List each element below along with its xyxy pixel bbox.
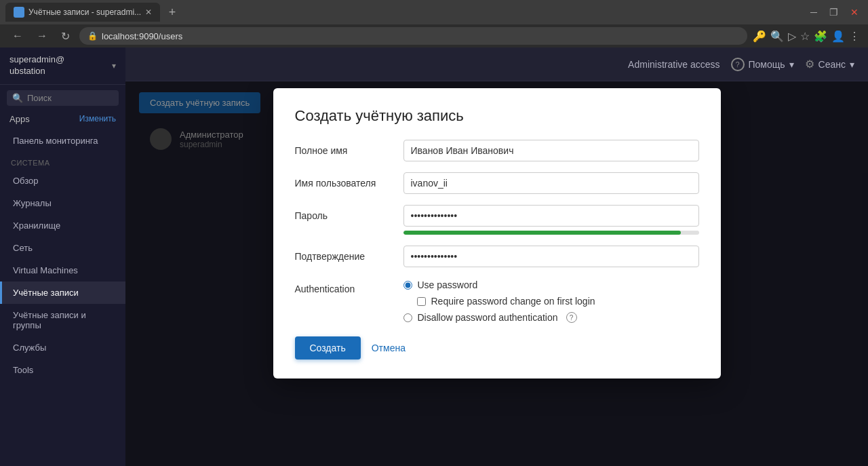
sidebar-hostname: ubstation <box>9 66 64 77</box>
sidebar-item-vms[interactable]: Virtual Machines <box>0 259 125 281</box>
sidebar: superadmin@ ubstation ▾ 🔍 Поиск Apps Изм… <box>0 47 125 466</box>
full-name-input[interactable] <box>403 140 699 161</box>
disallow-auth-radio-row[interactable]: Disallow password authentication ? <box>403 312 699 323</box>
lock-icon: 🔒 <box>87 31 98 41</box>
full-name-label: Полное имя <box>295 140 403 156</box>
sidebar-nav: Панель мониторинга Система Обзор Журналы… <box>0 130 125 466</box>
sidebar-apps-row: Apps Изменить <box>0 111 125 130</box>
change-apps-link[interactable]: Изменить <box>79 114 116 123</box>
help-chevron-icon: ▾ <box>789 59 794 70</box>
tab-close-window-button[interactable]: ✕ <box>846 5 863 19</box>
forward-button[interactable]: → <box>33 28 52 43</box>
use-password-radio[interactable] <box>403 281 412 290</box>
full-name-row: Полное имя <box>295 140 699 161</box>
dialog-actions: Создать Отмена <box>295 336 699 360</box>
cancel-button[interactable]: Отмена <box>372 343 406 353</box>
admin-access-label: Administrative access <box>628 59 719 70</box>
sidebar-item-logs[interactable]: Журналы <box>0 192 125 214</box>
sidebar-search-icon: 🔍 <box>12 93 23 103</box>
topbar: Administrative access ? Помощь ▾ ⚙ Сеанс… <box>125 47 868 81</box>
disallow-auth-radio[interactable] <box>403 313 412 322</box>
sidebar-search-label: Поиск <box>27 93 52 103</box>
tab-restore-button[interactable]: ❐ <box>825 5 842 19</box>
sidebar-header: superadmin@ ubstation ▾ <box>0 47 125 85</box>
gear-icon: ⚙ <box>805 58 814 71</box>
apps-label: Apps <box>9 114 30 124</box>
use-password-label: Use password <box>418 279 478 290</box>
back-button[interactable]: ← <box>8 28 27 43</box>
bookmark-icon[interactable]: ☆ <box>800 30 810 43</box>
password-strength-fill <box>403 231 682 235</box>
sidebar-item-accounts[interactable]: Учётные записи <box>0 281 125 304</box>
extensions-icon[interactable]: 🧩 <box>814 30 827 43</box>
address-text: localhost:9090/users <box>102 31 182 41</box>
confirm-label: Подтверждение <box>295 246 403 262</box>
sidebar-item-storage[interactable]: Хранилище <box>0 214 125 237</box>
disallow-label: Disallow password authentication <box>418 312 558 323</box>
menu-icon[interactable]: ⋮ <box>849 30 860 43</box>
sidebar-item-dashboard[interactable]: Панель мониторинга <box>0 130 125 152</box>
sidebar-item-overview[interactable]: Обзор <box>0 170 125 192</box>
password-label: Пароль <box>295 205 403 221</box>
tab-favicon <box>14 7 24 18</box>
help-button[interactable]: ? Помощь ▾ <box>731 58 794 71</box>
confirm-row: Подтверждение <box>295 246 699 267</box>
dialog-title: Создать учётную запись <box>295 107 699 125</box>
help-label: Помощь <box>749 59 785 70</box>
username-row: Имя пользователя <box>295 172 699 194</box>
sidebar-chevron-icon[interactable]: ▾ <box>112 61 116 71</box>
key-icon[interactable]: 🔑 <box>753 30 766 43</box>
send-icon[interactable]: ▷ <box>788 30 796 43</box>
session-label: Сеанс <box>818 59 846 70</box>
new-tab-button[interactable]: + <box>163 3 182 22</box>
reload-button[interactable]: ↻ <box>57 28 74 44</box>
confirm-input[interactable] <box>403 246 699 267</box>
sidebar-item-network[interactable]: Сеть <box>0 237 125 259</box>
use-password-radio-row[interactable]: Use password <box>403 279 699 290</box>
addressbar-search-icon[interactable]: 🔍 <box>770 30 784 43</box>
help-icon: ? <box>731 58 745 71</box>
username-input[interactable] <box>403 172 699 194</box>
password-input[interactable] <box>403 205 699 227</box>
auth-options: Use password Require password change on … <box>403 279 699 323</box>
sidebar-item-accounts-groups[interactable]: Учётные записи и группы <box>0 304 125 336</box>
auth-row: Authentication Use password R <box>295 278 699 323</box>
require-change-label: Require password change on first login <box>431 296 595 307</box>
create-account-dialog: Создать учётную запись Полное имя Имя по… <box>273 88 721 378</box>
close-tab-button[interactable]: ✕ <box>145 7 152 17</box>
browser-tab[interactable]: Учётные записи - superadmi... ✕ <box>5 3 160 22</box>
tab-title: Учётные записи - superadmi... <box>28 7 141 17</box>
sidebar-username: superadmin@ <box>9 54 64 66</box>
sidebar-item-tools[interactable]: Tools <box>0 359 125 381</box>
nav-section-system: Система <box>0 152 125 170</box>
disallow-help-icon[interactable]: ? <box>566 312 577 323</box>
address-bar[interactable]: 🔒 localhost:9090/users <box>79 27 747 45</box>
auth-label: Authentication <box>295 278 403 294</box>
session-chevron-icon: ▾ <box>850 59 854 70</box>
sidebar-item-services[interactable]: Службы <box>0 336 125 359</box>
username-label: Имя пользователя <box>295 172 403 189</box>
profile-icon[interactable]: 👤 <box>831 30 845 43</box>
password-row: Пароль <box>295 205 699 235</box>
require-change-checkbox[interactable] <box>417 297 426 306</box>
require-change-row[interactable]: Require password change on first login <box>417 296 699 307</box>
tab-minimize-button[interactable]: ─ <box>806 5 821 19</box>
password-strength-bar <box>403 231 699 235</box>
dialog-overlay: Создать учётную запись Полное имя Имя по… <box>125 81 868 466</box>
session-button[interactable]: ⚙ Сеанс ▾ <box>805 58 854 71</box>
sidebar-search[interactable]: 🔍 Поиск <box>7 90 119 106</box>
create-button[interactable]: Создать <box>295 336 361 360</box>
main-content: Создать учётную запись Администратор sup… <box>125 81 868 466</box>
